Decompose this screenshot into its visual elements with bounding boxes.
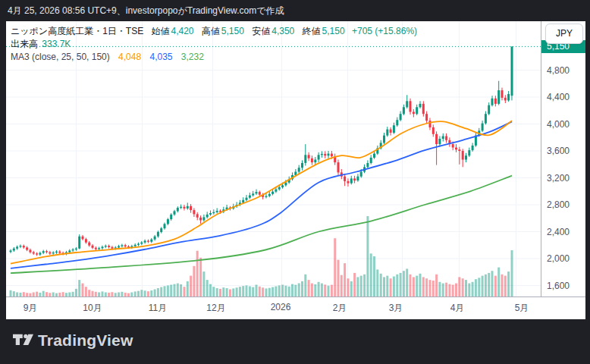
change-value: +705 (+15.86%) [352, 26, 417, 36]
legend-volume-row: 出来高 333.7K [11, 38, 417, 51]
time-axis-label: 2026 [271, 302, 291, 312]
tradingview-snapshot: 4月 25, 2026 08:56 UTC+9、investorpopoがTra… [0, 0, 590, 364]
attribution-bar: 4月 25, 2026 08:56 UTC+9、investorpopoがTra… [0, 0, 590, 21]
price-tick-label: 2,800 [547, 199, 570, 210]
low-label: 安値 [252, 26, 270, 36]
time-axis-label: 5月 [515, 302, 529, 315]
time-axis-label: 11月 [149, 302, 167, 315]
time-axis-label: 3月 [389, 302, 403, 315]
attribution-text: 4月 25, 2026 08:56 UTC+9、investorpopoがTra… [8, 5, 284, 16]
ma150-value: 3,232 [181, 52, 204, 62]
time-axis-label: 10月 [83, 302, 102, 315]
currency-label: JPY [556, 28, 573, 39]
price-tick-label: 4,400 [547, 92, 570, 102]
price-tick-label: 4,800 [547, 65, 570, 76]
legend-ma-row: MA3 (close, 25, 50, 150) 4,048 4,035 3,2… [11, 51, 417, 64]
chart-widget: ニッポン高度紙工業・1日・TSE 始値4,420 高値5,150 安値4,350… [6, 21, 585, 319]
time-axis-label: 4月 [450, 302, 465, 315]
legend-symbol-row: ニッポン高度紙工業・1日・TSE 始値4,420 高値5,150 安値4,350… [11, 25, 417, 38]
tradingview-logo-icon[interactable] [13, 333, 33, 353]
chart-legend: ニッポン高度紙工業・1日・TSE 始値4,420 高値5,150 安値4,350… [11, 25, 417, 64]
time-axis-label: 2月 [333, 302, 347, 315]
price-tick-label: 3,200 [547, 173, 570, 184]
volume-value: 333.7K [42, 39, 71, 49]
ma-label: MA3 (close, 25, 50, 150) [11, 52, 110, 62]
high-value: 5,150 [221, 26, 244, 36]
volume-label: 出来高 [11, 39, 38, 49]
currency-button[interactable]: JPY [545, 24, 583, 44]
footer-bar: TradingView [0, 319, 590, 364]
symbol-title[interactable]: ニッポン高度紙工業・1日・TSE [11, 26, 143, 36]
price-tick-label: 2,000 [547, 253, 570, 264]
open-label: 始値 [151, 26, 169, 36]
close-label: 終値 [303, 26, 321, 36]
price-chart-pane[interactable]: ニッポン高度紙工業・1日・TSE 始値4,420 高値5,150 安値4,350… [6, 21, 541, 297]
price-tick-label: 3,600 [547, 146, 570, 156]
time-axis-label: 9月 [24, 302, 38, 315]
close-value: 5,150 [322, 26, 345, 36]
tradingview-wordmark[interactable]: TradingView [38, 331, 133, 350]
price-axis[interactable]: JPY 5,150 4,8004,4004,0003,6003,2002,800… [541, 21, 585, 319]
ma50-value: 4,035 [149, 52, 172, 62]
time-axis[interactable]: 9月10月11月12月20262月3月4月5月 [6, 297, 585, 319]
open-value: 4,420 [171, 26, 193, 36]
price-tick-label: 2,400 [547, 227, 570, 237]
volume-bars [10, 216, 513, 297]
price-tick-label: 1,600 [547, 281, 570, 291]
time-axis-label: 12月 [206, 302, 225, 315]
ma25-value: 4,048 [118, 52, 141, 62]
high-label: 高値 [202, 26, 220, 36]
low-value: 4,350 [271, 26, 294, 36]
price-tick-label: 4,000 [547, 119, 570, 130]
